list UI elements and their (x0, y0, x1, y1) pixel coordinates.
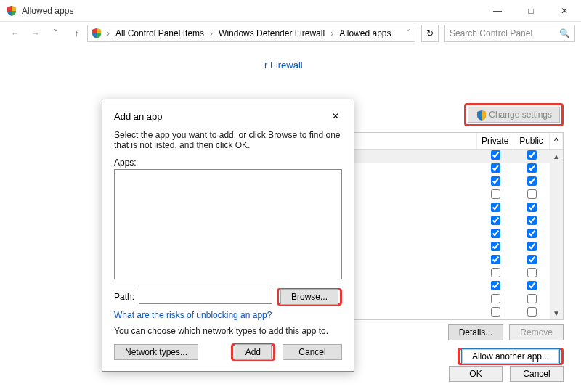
public-checkbox[interactable] (527, 163, 537, 173)
chevron-right-icon: › (208, 28, 214, 38)
add-button[interactable]: Add (235, 344, 272, 360)
private-checkbox[interactable] (491, 268, 500, 277)
dialog-cancel-button[interactable]: Cancel (283, 344, 342, 360)
public-checkbox[interactable] (527, 281, 537, 290)
public-checkbox[interactable] (527, 176, 537, 186)
public-checkbox[interactable] (527, 307, 537, 317)
public-checkbox[interactable] (527, 255, 537, 264)
ok-button[interactable]: OK (449, 366, 503, 382)
path-input[interactable] (139, 290, 272, 304)
browse-button[interactable]: Browse... (280, 289, 338, 305)
cancel-button[interactable]: Cancel (510, 366, 564, 382)
chevron-right-icon: › (105, 28, 111, 38)
private-checkbox[interactable] (491, 307, 500, 317)
search-input[interactable]: Search Control Panel 🔍 (444, 25, 575, 42)
change-settings-button[interactable]: Change settings (468, 107, 560, 123)
public-checkbox[interactable] (527, 189, 537, 199)
nav-forward-button: → (26, 24, 45, 43)
scroll-up-icon[interactable]: ▲ (550, 150, 563, 163)
private-checkbox[interactable] (491, 163, 500, 173)
apps-listbox[interactable] (114, 169, 342, 279)
nav-back-button[interactable]: ← (6, 24, 25, 43)
breadcrumb-item[interactable]: All Control Panel Items (114, 28, 206, 38)
allow-another-app-button[interactable]: Allow another app... (461, 348, 560, 364)
minimize-button[interactable]: — (481, 0, 514, 22)
page-title: r Firewall (264, 60, 564, 70)
private-checkbox[interactable] (491, 281, 500, 290)
breadcrumb-item[interactable]: Windows Defender Firewall (217, 28, 326, 38)
shield-icon (6, 5, 17, 17)
close-icon[interactable]: ✕ (329, 110, 342, 123)
public-checkbox[interactable] (527, 229, 537, 238)
scroll-down-icon[interactable]: ▼ (550, 306, 563, 319)
public-checkbox[interactable] (527, 216, 537, 225)
scrollbar[interactable]: ▲ ▼ (550, 150, 563, 319)
maximize-button[interactable]: □ (514, 0, 548, 22)
nav-history-dropdown[interactable]: ˅ (46, 24, 65, 43)
network-types-button[interactable]: Network types... (114, 344, 198, 360)
private-checkbox[interactable] (491, 150, 500, 160)
search-icon: 🔍 (559, 28, 570, 38)
close-button[interactable]: ✕ (548, 0, 581, 22)
col-public[interactable]: Public (513, 133, 550, 149)
choose-network-text: You can choose which network types to ad… (114, 326, 342, 336)
private-checkbox[interactable] (491, 176, 500, 186)
details-button[interactable]: Details... (448, 324, 504, 340)
risks-link[interactable]: What are the risks of unblocking an app? (114, 310, 272, 320)
public-checkbox[interactable] (527, 242, 537, 251)
window-controls: — □ ✕ (481, 0, 581, 22)
public-checkbox[interactable] (527, 203, 537, 212)
chevron-right-icon: › (329, 28, 335, 38)
search-placeholder: Search Control Panel (450, 28, 559, 38)
private-checkbox[interactable] (491, 229, 500, 238)
refresh-button[interactable]: ↻ (421, 25, 439, 42)
public-checkbox[interactable] (527, 150, 537, 160)
private-checkbox[interactable] (491, 294, 500, 303)
private-checkbox[interactable] (491, 242, 500, 251)
path-label: Path: (114, 292, 134, 302)
breadcrumb[interactable]: › All Control Panel Items › Windows Defe… (87, 25, 415, 42)
public-checkbox[interactable] (527, 294, 537, 303)
private-checkbox[interactable] (491, 203, 500, 212)
shield-icon (476, 110, 486, 120)
public-checkbox[interactable] (527, 268, 537, 277)
breadcrumb-item[interactable]: Allowed apps (338, 28, 392, 38)
page-footer: OK Cancel (449, 366, 564, 382)
private-checkbox[interactable] (491, 189, 500, 199)
shield-icon (91, 28, 102, 39)
apps-label: Apps: (114, 158, 342, 168)
private-checkbox[interactable] (491, 255, 500, 264)
breadcrumb-dropdown-icon[interactable]: ˅ (405, 28, 412, 38)
nav-up-button[interactable]: ↑ (67, 24, 86, 43)
dialog-title: Add an app (114, 111, 329, 122)
private-checkbox[interactable] (491, 216, 500, 225)
col-private[interactable]: Private (477, 133, 513, 149)
remove-button: Remove (509, 324, 564, 340)
navigation-bar: ← → ˅ ↑ › All Control Panel Items › Wind… (0, 22, 581, 45)
add-app-dialog: Add an app ✕ Select the app you want to … (102, 99, 354, 372)
window-title: Allowed apps (22, 6, 481, 16)
col-scroll: ^ (550, 133, 563, 149)
dialog-instruction: Select the app you want to add, or click… (114, 130, 342, 150)
window-titlebar: Allowed apps — □ ✕ (0, 0, 581, 22)
